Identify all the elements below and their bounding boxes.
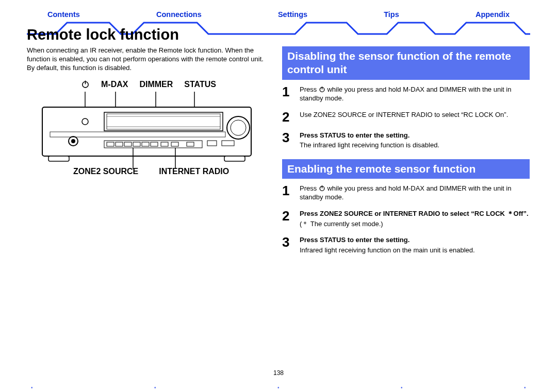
step-number: 2 bbox=[282, 209, 293, 228]
footer-dots: ••••• bbox=[31, 385, 526, 387]
step-number: 3 bbox=[282, 131, 293, 150]
label-mdax: M-DAX bbox=[101, 80, 128, 90]
svg-rect-30 bbox=[224, 156, 245, 161]
intro-text-2: By default, this function is disabled. bbox=[27, 64, 267, 73]
label-dimmer: DIMMER bbox=[139, 80, 173, 90]
tab-connections[interactable]: Connections bbox=[156, 10, 202, 19]
label-internet-radio: INTERNET RADIO bbox=[159, 167, 229, 176]
enable-step2: Press ZONE2 SOURCE or INTERNET RADIO to … bbox=[300, 209, 529, 228]
svg-point-15 bbox=[71, 139, 75, 143]
enable-step1: Press while you press and hold M-DAX and… bbox=[300, 184, 530, 202]
page-number: 138 bbox=[0, 369, 557, 377]
power-icon bbox=[81, 80, 90, 90]
section-disable-heading: Disabling the sensor function of the rem… bbox=[282, 46, 530, 80]
top-nav: Contents Connections Settings Tips Appen… bbox=[27, 10, 530, 19]
disable-step3: Press STATUS to enter the setting. The i… bbox=[300, 131, 439, 150]
power-icon bbox=[319, 86, 325, 93]
step-number: 1 bbox=[282, 85, 293, 103]
step-number: 3 bbox=[282, 235, 293, 254]
tab-settings[interactable]: Settings bbox=[278, 10, 307, 19]
power-icon bbox=[319, 184, 325, 192]
disable-step1: Press while you press and hold M-DAX and… bbox=[300, 85, 530, 103]
label-zone2-source: ZONE2 SOURCE bbox=[73, 167, 138, 176]
svg-rect-29 bbox=[48, 156, 69, 161]
svg-rect-7 bbox=[104, 112, 223, 131]
label-status: STATUS bbox=[184, 80, 216, 90]
top-callout-row: M-DAX DIMMER STATUS bbox=[27, 80, 267, 90]
section-enable-heading: Enabling the remote sensor function bbox=[282, 159, 530, 179]
disable-step2: Use ZONE2 SOURCE or INTERNET RADIO to se… bbox=[300, 110, 508, 124]
enable-step3: Press STATUS to enter the setting. Infra… bbox=[300, 235, 475, 254]
device-illustration bbox=[27, 92, 267, 169]
step-number: 2 bbox=[282, 110, 293, 124]
svg-point-12 bbox=[231, 120, 246, 135]
step-number: 1 bbox=[282, 184, 293, 202]
tab-contents[interactable]: Contents bbox=[47, 10, 80, 19]
svg-point-13 bbox=[82, 118, 88, 125]
tab-appendix[interactable]: Appendix bbox=[476, 10, 510, 19]
intro-text-1: When connecting an IR receiver, enable t… bbox=[27, 46, 267, 64]
tab-tips[interactable]: Tips bbox=[384, 10, 399, 19]
tab-divider bbox=[27, 21, 530, 22]
